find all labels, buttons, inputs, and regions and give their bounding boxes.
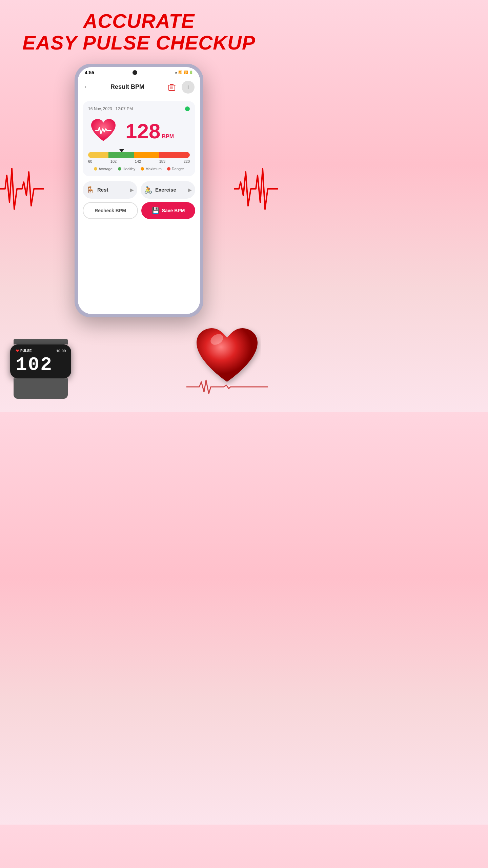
nav-title: Result BPM (110, 83, 144, 91)
recheck-label: Recheck BPM (95, 208, 126, 213)
status-bar: 4:55 ⁎ 📶 🛜 🔋 (78, 67, 200, 77)
save-icon: 💾 (152, 207, 159, 214)
measurement-date: 16 Nov, 2023 12:07 PM (88, 106, 133, 111)
watch-body: ❤ PULSE 10:09 102 (10, 344, 71, 378)
watch-heart-icon: ❤ (16, 349, 19, 353)
recheck-button[interactable]: Recheck BPM (83, 202, 138, 219)
back-arrow-icon: ← (83, 83, 89, 91)
legend-dot-orange (141, 167, 144, 171)
camera-notch (133, 70, 137, 75)
phone-mockup: 4:55 ⁎ 📶 🛜 🔋 ← (75, 64, 203, 317)
top-nav: ← Result BPM (78, 77, 200, 98)
save-button[interactable]: 💾 Save BPM (141, 202, 195, 219)
legend-dot-red (167, 167, 170, 171)
time-value: 12:07 PM (116, 106, 133, 111)
rest-chevron-icon: ▶ (130, 187, 134, 193)
ecg-line-under-heart (186, 378, 268, 395)
status-time: 4:55 (85, 70, 94, 75)
bpm-number: 128 (125, 121, 160, 142)
wifi-icon: 🛜 (184, 71, 188, 74)
delete-button[interactable] (165, 81, 178, 94)
gauge-label-183: 183 (159, 159, 165, 163)
watch-bpm-display: 102 (16, 355, 66, 374)
bpm-value-container: 128 BPM (125, 121, 174, 142)
app-title: ACCURATE EASY PULSE CHECKUP (22, 10, 255, 54)
legend-average: Average (94, 167, 113, 171)
card-header: 16 Nov, 2023 12:07 PM (88, 106, 190, 111)
exercise-button[interactable]: 🚴 Exercise ▶ (141, 181, 195, 199)
gauge-bar-container (88, 152, 190, 158)
legend-dot-yellow (94, 167, 97, 171)
info-button[interactable]: i (182, 81, 195, 94)
legend-maximum: Maximum (141, 167, 162, 171)
bpm-display-row: 128 BPM (88, 116, 190, 146)
bottom-buttons-row: Recheck BPM 💾 Save BPM (83, 202, 195, 219)
gauge-labels: 60 102 142 183 220 (88, 159, 190, 163)
category-buttons-row: 🪑 Rest ▶ 🚴 Exercise ▶ (83, 181, 195, 199)
legend-label-maximum: Maximum (145, 167, 162, 171)
rest-icon: 🪑 (86, 186, 95, 194)
ecg-wave-left (0, 155, 44, 223)
rest-button-left: 🪑 Rest (86, 186, 108, 194)
status-icons: ⁎ 📶 🛜 🔋 (175, 71, 193, 74)
gauge-bar (88, 152, 190, 158)
status-indicator-dot (185, 106, 190, 111)
gauge-label-60: 60 (88, 159, 92, 163)
bpm-unit: BPM (162, 134, 174, 140)
heart-monitor-icon (88, 116, 119, 146)
header-line2: EASY PULSE CHECKUP (22, 32, 255, 54)
heart-ecg-decoration (186, 324, 268, 395)
legend-label-average: Average (99, 167, 113, 171)
rest-label: Rest (97, 187, 108, 193)
save-label: Save BPM (162, 208, 185, 213)
gauge-label-102: 102 (110, 159, 117, 163)
watch-pulse-label: ❤ PULSE (16, 349, 32, 353)
rest-button[interactable]: 🪑 Rest ▶ (83, 181, 137, 199)
legend-dot-green (118, 167, 121, 171)
battery-icon: 🔋 (189, 71, 193, 74)
ecg-wave-right (234, 155, 278, 223)
info-icon: i (187, 84, 189, 90)
trash-icon (168, 83, 176, 91)
nav-actions: i (165, 81, 195, 94)
legend-label-healthy: Healthy (123, 167, 135, 171)
watch-pulse-text: PULSE (20, 349, 32, 353)
gauge-section: 60 102 142 183 220 (88, 152, 190, 163)
bpm-legend: Average Healthy Maximum (88, 167, 190, 171)
back-button[interactable]: ← (83, 83, 89, 91)
legend-healthy: Healthy (118, 167, 135, 171)
exercise-label: Exercise (155, 187, 176, 193)
bluetooth-icon: ⁎ (175, 71, 177, 74)
result-card: 16 Nov, 2023 12:07 PM (83, 101, 195, 176)
legend-danger: Danger (167, 167, 184, 171)
exercise-button-left: 🚴 Exercise (144, 186, 176, 194)
gauge-label-220: 220 (184, 159, 190, 163)
date-value: 16 Nov, 2023 (88, 106, 112, 111)
gauge-label-142: 142 (135, 159, 141, 163)
app-content: ← Result BPM (78, 77, 200, 314)
exercise-chevron-icon: ▶ (188, 187, 192, 193)
big-heart-icon (193, 324, 261, 385)
signal-icon: 📶 (178, 71, 182, 74)
watch-top-bar: ❤ PULSE 10:09 (16, 349, 66, 353)
watch-time-display: 10:09 (56, 349, 66, 353)
smartwatch-widget: ❤ PULSE 10:09 102 (10, 339, 71, 399)
header-line1: ACCURATE (83, 10, 195, 32)
exercise-icon: 🚴 (144, 186, 152, 194)
legend-label-danger: Danger (172, 167, 184, 171)
